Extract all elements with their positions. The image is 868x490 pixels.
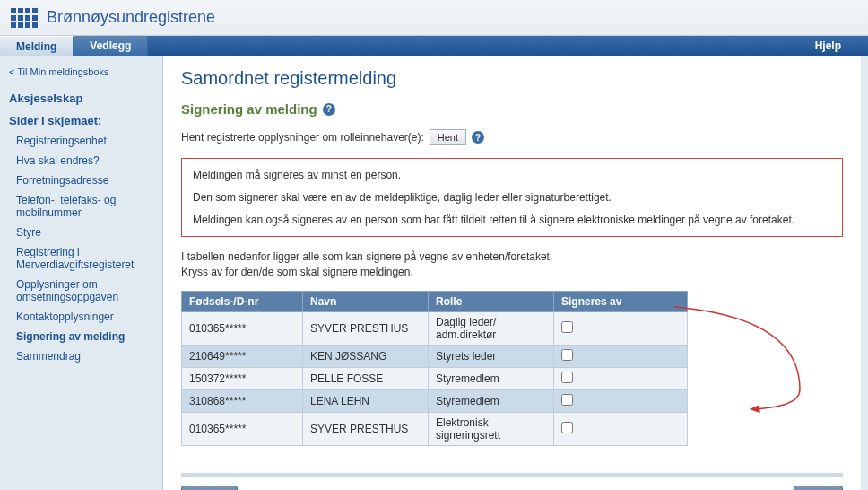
section-heading: Signering av melding ? xyxy=(181,101,843,117)
sidebar-item-kontaktopplysninger[interactable]: Kontaktopplysninger xyxy=(0,307,162,327)
back-to-inbox-link[interactable]: < Til Min meldingsboks xyxy=(0,63,162,86)
right-gutter xyxy=(861,56,868,490)
table-row: 210649***** KEN JØSSANG Styrets leder xyxy=(182,345,688,367)
th-navn: Navn xyxy=(303,291,429,311)
th-fodsels: Fødsels-/D-nr xyxy=(182,291,303,311)
cell-name: SYVER PRESTHUS xyxy=(303,412,429,445)
sign-checkbox[interactable] xyxy=(561,422,573,433)
fetch-button[interactable]: Hent xyxy=(430,129,466,145)
tab-melding[interactable]: Melding xyxy=(0,36,74,56)
sidebar: < Til Min meldingsboks Aksjeselskap Side… xyxy=(0,56,163,490)
prev-button[interactable]: Forrige xyxy=(181,486,238,490)
logo-icon xyxy=(11,8,38,28)
sidebar-item-signering[interactable]: Signering av melding xyxy=(0,327,162,346)
fetch-row: Hent registrerte opplysninger om rollein… xyxy=(181,129,843,145)
cell-fnr: 150372***** xyxy=(182,367,303,389)
table-row: 150372***** PELLE FOSSE Styremedlem xyxy=(182,367,688,389)
next-button[interactable]: Neste xyxy=(794,486,843,490)
cell-fnr: 010365***** xyxy=(182,412,303,445)
help-icon[interactable]: ? xyxy=(472,131,484,144)
sidebar-section-aksjeselskap: Aksjeselskap xyxy=(0,86,162,109)
alert-line-1: Meldingen må signeres av minst én person… xyxy=(193,168,831,183)
th-rolle: Rolle xyxy=(429,291,554,311)
sidebar-item-hva-skal-endres[interactable]: Hva skal endres? xyxy=(0,151,162,171)
cell-role: Styrets leder xyxy=(429,345,554,367)
content: Samordnet registermelding Signering av m… xyxy=(163,56,861,490)
cell-role: Elektronisk signeringsrett xyxy=(429,412,554,445)
cell-role: Daglig leder/ adm.direktør xyxy=(429,311,554,345)
instruction-line-2: Kryss av for den/de som skal signere mel… xyxy=(181,266,413,278)
signers-table: Fødsels-/D-nr Navn Rolle Signeres av 010… xyxy=(181,291,688,446)
sign-checkbox[interactable] xyxy=(561,372,573,383)
cell-role: Styremedlem xyxy=(429,367,554,389)
cell-fnr: 010365***** xyxy=(182,311,303,345)
fetch-label: Hent registrerte opplysninger om rollein… xyxy=(181,131,424,144)
sign-checkbox[interactable] xyxy=(561,394,573,406)
site-header: Brønnøysundregistrene Pålogget: KEN JØSS… xyxy=(0,0,868,36)
sidebar-section-sider: Sider i skjemaet: xyxy=(0,109,162,131)
cell-name: KEN JØSSANG xyxy=(303,345,429,367)
alert-box: Meldingen må signeres av minst én person… xyxy=(181,158,843,237)
table-row: 010365***** SYVER PRESTHUS Elektronisk s… xyxy=(182,412,688,445)
page-title: Samordnet registermelding xyxy=(181,68,843,89)
sign-checkbox[interactable] xyxy=(561,349,573,361)
footer-nav: Forrige Neste xyxy=(181,473,843,490)
instruction-line-1: I tabellen nedenfor ligger alle som kan … xyxy=(181,250,552,263)
topbar: Melding Vedlegg Hjelp xyxy=(0,36,868,56)
cell-name: LENA LEHN xyxy=(303,389,429,412)
sidebar-item-telefon[interactable]: Telefon-, telefaks- og mobilnummer xyxy=(0,190,162,223)
sidebar-item-mva[interactable]: Registrering i Merverdiavgiftsregisteret xyxy=(0,242,162,275)
sidebar-item-forretningsadresse[interactable]: Forretningsadresse xyxy=(0,171,162,190)
section-heading-text: Signering av melding xyxy=(181,101,317,117)
table-row: 010365***** SYVER PRESTHUS Daglig leder/… xyxy=(182,311,688,345)
sign-checkbox[interactable] xyxy=(561,321,573,333)
table-instruction: I tabellen nedenfor ligger alle som kan … xyxy=(181,249,843,280)
sidebar-item-sammendrag[interactable]: Sammendrag xyxy=(0,346,162,366)
sidebar-item-omsetningsoppgaven[interactable]: Opplysninger om omsetningsoppgaven xyxy=(0,275,162,307)
cell-fnr: 310868***** xyxy=(182,389,303,412)
tab-vedlegg[interactable]: Vedlegg xyxy=(74,36,148,56)
table-row: 310868***** LENA LEHN Styremedlem xyxy=(182,389,688,412)
cell-name: PELLE FOSSE xyxy=(303,367,429,389)
cell-role: Styremedlem xyxy=(429,389,554,412)
site-title: Brønnøysundregistrene xyxy=(47,8,215,27)
alert-line-3: Meldingen kan også signeres av en person… xyxy=(193,213,831,228)
cell-name: SYVER PRESTHUS xyxy=(303,311,429,345)
th-signeres: Signeres av xyxy=(554,291,688,311)
sidebar-item-styre[interactable]: Styre xyxy=(0,223,162,242)
sidebar-item-registreringsenhet[interactable]: Registreringsenhet xyxy=(0,131,162,151)
help-link[interactable]: Hjelp xyxy=(815,39,841,52)
alert-line-2: Den som signerer skal være en av de meld… xyxy=(193,190,831,206)
cell-fnr: 210649***** xyxy=(182,345,303,367)
help-icon[interactable]: ? xyxy=(323,103,335,116)
